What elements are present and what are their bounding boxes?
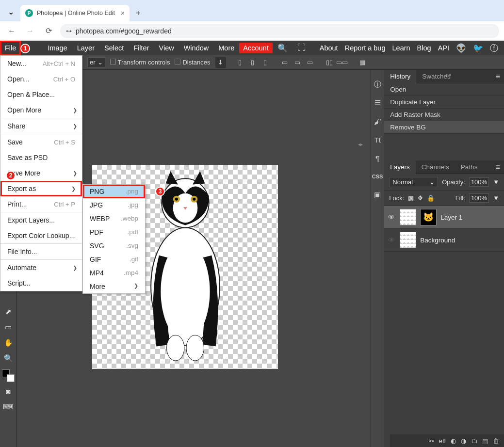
menu-image[interactable]: Image [43, 41, 72, 55]
history-item[interactable]: Add Raster Mask [384, 109, 504, 121]
fill-value[interactable]: 100% [469, 193, 489, 203]
file-menu-item[interactable]: Export Layers... [0, 212, 82, 228]
export-menu-item[interactable]: SVG.svg [83, 239, 145, 253]
keyboard-icon[interactable]: ⌨ [2, 400, 15, 413]
transform-controls-checkbox[interactable]: Transform controls [110, 59, 170, 66]
layer-thumb[interactable] [400, 209, 416, 225]
file-menu-item[interactable]: Script... [0, 275, 82, 291]
file-menu-item[interactable]: Open More❯ [0, 102, 82, 118]
align-top-icon[interactable]: ▭ [279, 57, 290, 68]
color-swatch[interactable] [2, 369, 15, 382]
menu-account[interactable]: Account [239, 43, 272, 53]
tab-paths[interactable]: Paths [455, 160, 484, 174]
link-icon[interactable]: ⚯ [429, 437, 434, 445]
browser-tab[interactable]: P Photopea | Online Photo Edit × [20, 5, 130, 21]
hand-tool-icon[interactable]: ✋ [2, 336, 15, 349]
layer-row[interactable]: 👁 Background [384, 229, 504, 252]
tab-channels[interactable]: Channels [416, 160, 455, 174]
fullscreen-icon[interactable]: ⛶ [293, 41, 310, 55]
distances-checkbox[interactable]: Distances [175, 59, 210, 66]
file-menu-item[interactable]: Share❯ [0, 118, 82, 134]
panel-menu-icon[interactable]: ≡ [492, 72, 504, 81]
export-menu-item[interactable]: MP4.mp4 [83, 266, 145, 280]
new-layer-icon[interactable]: ▤ [482, 437, 488, 445]
site-info-icon[interactable]: ⊶ [66, 28, 72, 34]
export-menu-item[interactable]: More❯ [83, 280, 145, 293]
tab-list-button[interactable]: ⌄ [4, 5, 17, 18]
export-menu-item[interactable]: JPG.jpg [83, 198, 145, 212]
export-menu-item[interactable]: WEBP.webp [83, 212, 145, 225]
layer-name[interactable]: Background [420, 237, 455, 244]
forward-button[interactable]: → [23, 24, 37, 38]
align-middle-icon[interactable]: ▭ [292, 57, 303, 68]
menu-select[interactable]: Select [99, 41, 129, 55]
collapse-handle-left[interactable]: ◂▸ [358, 142, 363, 147]
align-bottom-icon[interactable]: ▭ [305, 57, 315, 68]
grid-icon[interactable]: ▦ [357, 57, 368, 68]
new-tab-button[interactable]: + [131, 6, 145, 20]
file-menu-item[interactable]: Print...Ctrl + P [0, 196, 82, 212]
menu-filter[interactable]: Filter [129, 41, 154, 55]
mask-icon[interactable]: ◐ [451, 437, 456, 445]
align-left-icon[interactable]: ▯ [235, 57, 245, 68]
layer-thumb[interactable] [400, 232, 416, 248]
link-blog[interactable]: Blog [417, 44, 431, 52]
tab-layers[interactable]: Layers [384, 160, 416, 174]
history-item[interactable]: Open [384, 83, 504, 96]
move-tool-icon[interactable]: ⬈ [2, 305, 15, 318]
effects-button[interactable]: eff [439, 437, 446, 445]
menu-file[interactable]: File [0, 41, 21, 55]
close-tab-icon[interactable]: × [121, 9, 125, 17]
visibility-icon[interactable]: 👁 [388, 213, 396, 221]
distribute-h-icon[interactable]: ▯▯ [324, 57, 335, 68]
file-menu-item[interactable]: Open & Place... [0, 87, 82, 102]
file-menu-item[interactable]: Save as PSD [0, 150, 82, 165]
lock-position-icon[interactable]: ✥ [418, 194, 423, 202]
menu-window[interactable]: Window [179, 41, 214, 55]
export-menu-item[interactable]: PDF.pdf [83, 225, 145, 239]
export-menu-item[interactable]: PNG.png [83, 185, 145, 198]
quickmask-icon[interactable]: ◙ [2, 385, 15, 398]
file-menu-item[interactable]: Open...Ctrl + O [0, 71, 82, 87]
collapse-handle-right[interactable]: ▸◂ [446, 72, 451, 77]
distribute-v-icon[interactable]: ▭▭ [337, 57, 347, 68]
history-item[interactable]: Duplicate Layer [384, 96, 504, 109]
facebook-icon[interactable]: ⓕ [490, 43, 498, 54]
twitter-icon[interactable]: 🐦 [473, 43, 483, 53]
opacity-stepper-icon[interactable]: ▼ [493, 178, 499, 186]
align-center-h-icon[interactable]: ▯ [247, 57, 258, 68]
lock-all-icon[interactable]: 🔒 [427, 194, 435, 202]
type-icon[interactable]: Tt [372, 134, 383, 145]
brush-icon[interactable]: 🖌 [372, 115, 383, 127]
layer-mask-thumb[interactable]: 🐱 [420, 209, 437, 225]
reddit-icon[interactable]: 👽 [456, 43, 466, 53]
paragraph-icon[interactable]: ¶ [372, 152, 383, 164]
file-menu-item[interactable]: Automate❯ [0, 260, 82, 275]
menu-more[interactable]: More [213, 41, 239, 55]
back-button[interactable]: ← [5, 24, 18, 38]
layer-row[interactable]: 👁 🐱 Layer 1 [384, 206, 504, 229]
search-icon[interactable]: 🔍 [273, 41, 293, 55]
fill-stepper-icon[interactable]: ▼ [493, 194, 499, 202]
align-right-icon[interactable]: ▯ [260, 57, 271, 68]
css-icon[interactable]: CSS [372, 171, 383, 182]
layer-name[interactable]: Layer 1 [440, 214, 462, 221]
file-menu-item[interactable]: New...Alt+Ctrl + N [0, 56, 82, 71]
panel-menu-icon[interactable]: ≡ [492, 163, 504, 172]
reload-button[interactable]: ⟳ [42, 24, 55, 38]
adjustment-icon[interactable]: ◑ [461, 437, 466, 445]
link-report-bug[interactable]: Report a bug [345, 44, 386, 52]
history-item[interactable]: Remove BG [384, 121, 504, 134]
adjust-icon[interactable]: ☰ [372, 97, 383, 109]
image-icon[interactable]: ▣ [372, 189, 383, 201]
tab-history[interactable]: History [384, 70, 416, 83]
zoom-tool-icon[interactable]: 🔍 [2, 352, 15, 365]
file-menu-item[interactable]: File Info... [0, 244, 82, 259]
rect-tool-icon[interactable]: ▭ [2, 321, 15, 334]
visibility-icon[interactable]: 👁 [388, 236, 396, 244]
blend-mode-select[interactable]: Normal⌄ [389, 177, 438, 187]
layer-selector[interactable]: er⌄ [87, 57, 105, 68]
link-learn[interactable]: Learn [392, 44, 410, 52]
file-menu-item[interactable]: Export Color Lookup... [0, 228, 82, 243]
url-input[interactable]: ⊶ photopea.com/#goog_rewarded [60, 24, 499, 38]
